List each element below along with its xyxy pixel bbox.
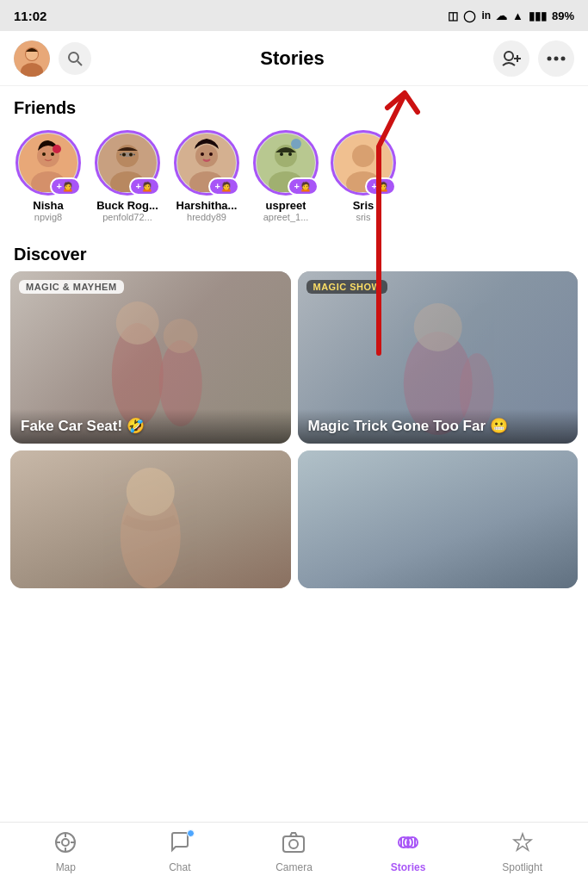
- map-label: Map: [56, 861, 76, 873]
- stories-label: Stories: [391, 861, 426, 873]
- friend-avatar-wrap: +🙍: [174, 130, 239, 196]
- chat-icon: [169, 831, 191, 859]
- svg-point-41: [116, 301, 159, 345]
- discover-card[interactable]: [298, 450, 579, 588]
- svg-point-30: [209, 152, 213, 156]
- chat-notification-dot: [187, 829, 195, 837]
- card-title: Fake Car Seat! 🤣: [21, 418, 281, 435]
- friend-item[interactable]: +🙍 Buck Rog... penfold72...: [93, 130, 162, 222]
- svg-point-16: [51, 152, 54, 156]
- nav-item-chat[interactable]: Chat: [154, 831, 206, 873]
- svg-rect-55: [283, 836, 304, 852]
- svg-point-29: [201, 152, 204, 156]
- friend-add-badge: +🙍: [288, 177, 319, 196]
- page-title: Stories: [260, 47, 325, 70]
- search-button[interactable]: [59, 42, 91, 75]
- friend-avatar-wrap: +🙍: [15, 130, 81, 196]
- add-friend-button[interactable]: [493, 40, 529, 77]
- svg-line-5: [77, 61, 82, 65]
- friend-item[interactable]: +🙍 Nisha npvig8: [14, 130, 83, 222]
- svg-marker-62: [514, 834, 531, 850]
- friend-avatar-wrap: +🙍: [95, 130, 160, 196]
- svg-point-6: [504, 52, 513, 60]
- svg-point-48: [127, 468, 175, 516]
- camera-icon: [282, 831, 306, 859]
- spotlight-label: Spotlight: [502, 861, 542, 873]
- nav-item-spotlight[interactable]: Spotlight: [497, 831, 548, 873]
- svg-point-11: [561, 56, 566, 60]
- card-overlay: Fake Car Seat! 🤣: [10, 409, 291, 444]
- discover-grid: MAGIC & MAYHEM Fake Car Seat! 🤣 MAGIC SH…: [0, 271, 588, 588]
- friend-add-badge: +🙍: [365, 177, 396, 196]
- svg-point-38: [352, 145, 374, 167]
- friends-section-header: Friends: [0, 86, 588, 125]
- card-badge: MAGIC SHOW: [306, 280, 388, 294]
- top-nav: Stories: [0, 31, 588, 86]
- friend-name: Sris: [353, 199, 374, 212]
- cloud-icon: ☁: [496, 9, 507, 22]
- stories-icon: [396, 831, 420, 859]
- svg-point-17: [53, 145, 61, 153]
- friend-item[interactable]: +🙍 uspreet apreet_1...: [251, 130, 320, 222]
- linkedin-icon: in: [481, 9, 491, 22]
- top-nav-left: [14, 40, 91, 77]
- status-time: 11:02: [14, 9, 46, 23]
- friend-username: penfold72...: [102, 212, 152, 222]
- svg-point-27: [195, 145, 218, 167]
- signal-icon: ▮▮▮: [529, 9, 547, 22]
- friend-item[interactable]: +🙍 Harshitha... hreddy89: [172, 130, 241, 222]
- card-overlay: Magic Trick Gone Too Far 😬: [298, 409, 579, 444]
- friend-name: Harshitha...: [176, 199, 238, 212]
- friend-username: sris: [356, 212, 370, 222]
- chat-label: Chat: [169, 861, 190, 873]
- friend-avatar-wrap: +🙍: [331, 130, 396, 196]
- discover-card[interactable]: MAGIC SHOW Magic Trick Gone Too Far 😬: [298, 271, 579, 444]
- svg-point-36: [291, 139, 301, 149]
- svg-point-35: [288, 152, 292, 156]
- discover-card[interactable]: [10, 450, 291, 588]
- status-bar: 11:02 ◫ ◯ in ☁ ▲ ▮▮▮ 89%: [0, 0, 588, 31]
- nav-item-stories[interactable]: Stories: [382, 831, 434, 873]
- wifi-icon: ▲: [512, 9, 523, 22]
- camera-label: Camera: [275, 861, 313, 873]
- main-content: Friends +🙍 Nis: [0, 86, 588, 822]
- svg-point-24: [122, 153, 126, 157]
- friend-username: apreet_1...: [263, 212, 309, 222]
- svg-point-43: [164, 319, 198, 353]
- card-title: Magic Trick Gone Too Far 😬: [308, 418, 568, 435]
- friends-row: +🙍 Nisha npvig8: [0, 125, 588, 233]
- friend-name: Buck Rog...: [96, 199, 158, 212]
- svg-point-15: [42, 152, 46, 156]
- svg-point-25: [129, 153, 133, 157]
- discover-card[interactable]: MAGIC & MAYHEM Fake Car Seat! 🤣: [10, 271, 291, 444]
- map-icon: [54, 831, 77, 859]
- svg-point-34: [280, 152, 283, 156]
- top-nav-right: [493, 40, 574, 77]
- friend-username: hreddy89: [187, 212, 226, 222]
- spotlight-icon: [511, 831, 534, 859]
- svg-point-50: [62, 839, 69, 846]
- discover-section-header: Discover: [0, 233, 588, 271]
- svg-point-4: [69, 53, 78, 62]
- friend-avatar-wrap: +🙍: [253, 130, 319, 196]
- svg-point-10: [554, 56, 559, 60]
- friend-username: npvig8: [34, 212, 62, 222]
- nav-item-camera[interactable]: Camera: [268, 831, 319, 873]
- friend-name: Nisha: [33, 199, 63, 212]
- messenger-icon: ◯: [463, 9, 476, 22]
- user-avatar[interactable]: [14, 40, 50, 77]
- svg-point-9: [548, 56, 552, 60]
- status-icons: ◫ ◯ in ☁ ▲ ▮▮▮ 89%: [448, 9, 574, 22]
- card-badge: MAGIC & MAYHEM: [19, 280, 124, 294]
- friend-add-badge: +🙍: [50, 177, 81, 196]
- msg-icon: ◫: [448, 9, 458, 22]
- nav-item-map[interactable]: Map: [40, 831, 91, 873]
- friend-add-badge: +🙍: [129, 177, 160, 196]
- friend-name: uspreet: [266, 199, 306, 212]
- battery-level: 89%: [552, 9, 574, 22]
- svg-point-56: [289, 840, 298, 848]
- svg-point-45: [413, 303, 461, 351]
- more-options-button[interactable]: [538, 40, 574, 77]
- friend-item[interactable]: +🙍 Sris sris: [331, 130, 396, 222]
- friend-add-badge: +🙍: [208, 177, 239, 196]
